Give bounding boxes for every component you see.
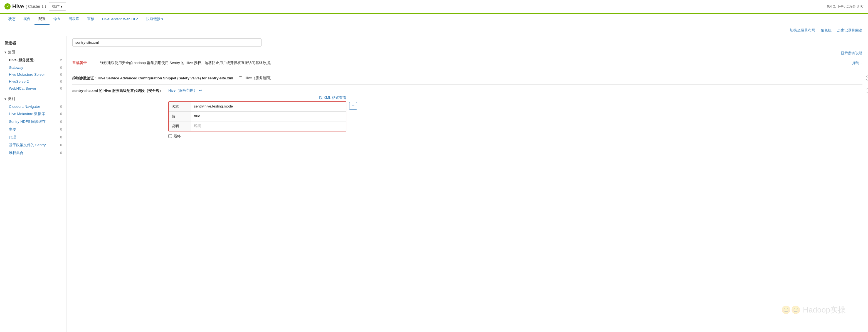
hive-icon: ✓ <box>4 3 10 9</box>
category-section-label: 类别 <box>8 96 15 101</box>
tab-audit[interactable]: 审核 <box>83 13 98 25</box>
sidebar-item-main[interactable]: 主要 0 <box>0 126 66 133</box>
name-field-input-wrap <box>191 102 346 111</box>
advanced-config-scope-text: Hive（服务范围） <box>168 88 197 93</box>
sidebar-item-sentry-policy-count: 0 <box>60 143 62 147</box>
name-field-input[interactable] <box>191 102 346 111</box>
sidebar-item-gateway-count: 0 <box>60 66 62 70</box>
external-link-icon: ↗ <box>136 17 138 21</box>
scope-section-label: 范围 <box>8 50 15 55</box>
sidebar-item-webhcat-server-count: 0 <box>60 87 62 90</box>
tab-config[interactable]: 配置 <box>34 13 50 25</box>
main-layout: 筛选器 ▾ 范围 Hive (服务范围) 2 Gateway 0 Hive Me… <box>0 36 868 332</box>
config-snippet-checkbox[interactable] <box>239 76 242 80</box>
sidebar-item-hive-service-count: 2 <box>60 58 62 62</box>
question-mark-icon-2[interactable]: ? <box>866 88 868 93</box>
sidebar-item-hive-metastore-db-count: 0 <box>60 112 62 116</box>
sidebar-item-hiveserver2-count: 0 <box>60 80 62 84</box>
minus-icon: − <box>352 103 354 108</box>
sidebar-item-main-count: 0 <box>60 128 62 132</box>
sidebar-item-webhcat-server-label: WebHCat Server <box>9 86 36 90</box>
config-snippet-checkbox-row: Hive（服务范围） <box>239 76 862 81</box>
alert-text: 强烈建议使用安全的 hadoop 群集启用使用 Sentry 的 Hive 授权… <box>100 60 849 65</box>
tab-status[interactable]: 状态 <box>4 13 20 25</box>
category-section-header[interactable]: ▾ 类别 <box>0 95 66 103</box>
alert-box: 常规警告 强烈建议使用安全的 hadoop 群集启用使用 Sentry 的 Hi… <box>72 58 862 68</box>
desc-field-label: 说明 <box>169 121 191 131</box>
sidebar-item-hive-service-label: Hive (服务范围) <box>9 58 34 63</box>
sidebar-item-cloudera-navigator[interactable]: Cloudera Navigator 0 <box>0 103 66 110</box>
search-bar <box>72 38 862 47</box>
sidebar-item-sentry-policy[interactable]: 基于政策文件的 Sentry 0 <box>0 141 66 149</box>
dropdown-arrow-icon: ▾ <box>61 4 63 9</box>
tab-quicklinks-label: 快速链接 <box>146 17 160 22</box>
xml-view-link[interactable]: 以 XML 格式查看 <box>319 95 346 100</box>
sidebar-item-sentry-hdfs[interactable]: Sentry HDFS 同步缓存 0 <box>0 118 66 126</box>
final-row: 最终 <box>168 134 862 139</box>
history-link[interactable]: 历史记录和回滚 <box>837 28 862 33</box>
sidebar-item-sentry-hdfs-label: Sentry HDFS 同步缓存 <box>9 119 45 124</box>
tab-hiveserver2[interactable]: HiveServer2 Web UI ↗ <box>98 14 142 25</box>
search-input[interactable] <box>72 38 261 47</box>
tab-chart[interactable]: 图表库 <box>65 13 83 25</box>
final-label: 最终 <box>174 134 181 139</box>
value-field-input[interactable] <box>191 112 346 120</box>
scope-section-header[interactable]: ▾ 范围 <box>0 48 66 56</box>
nav-tabs: 状态 实例 配置 命令 图表库 审核 HiveServer2 Web UI ↗ … <box>0 13 868 25</box>
sidebar-item-hiveserver2-label: HiveServer2 <box>9 79 29 84</box>
tab-hiveserver2-label: HiveServer2 Web UI <box>102 17 135 21</box>
config-table-row-name: 名称 <box>169 102 346 112</box>
tab-instance[interactable]: 实例 <box>20 13 34 25</box>
sidebar-item-hive-metastore-db-label: Hive Metastore 数据库 <box>9 111 45 116</box>
config-snippet-scope: Hive（服务范围） <box>245 76 274 81</box>
hive-title: Hive <box>12 3 24 10</box>
name-field-label: 名称 <box>169 102 191 111</box>
top-action-bar: 切换至经典布局 角色组 历史记录和回滚 <box>0 25 868 36</box>
remove-row-button[interactable]: − <box>349 102 357 110</box>
sidebar-item-hive-metastore-server-count: 0 <box>60 73 62 77</box>
action-button[interactable]: 操作 ▾ <box>49 2 66 10</box>
question-mark-icon-1[interactable]: ? <box>866 76 868 81</box>
sidebar-item-hive-metastore-server[interactable]: Hive Metastore Server 0 <box>0 71 66 78</box>
category-arrow-icon: ▾ <box>4 97 6 101</box>
sidebar-item-hiveserver2[interactable]: HiveServer2 0 <box>0 78 66 85</box>
sidebar-item-hive-metastore-server-label: Hive Metastore Server <box>9 73 45 77</box>
sidebar-item-hive-metastore-db[interactable]: Hive Metastore 数据库 0 <box>0 110 66 118</box>
sidebar-item-proxy[interactable]: 代理 0 <box>0 133 66 141</box>
sidebar-item-stack[interactable]: 堆栈集合 0 <box>0 149 66 157</box>
switch-classic-link[interactable]: 切换至经典布局 <box>790 28 815 33</box>
header: ✓ Hive ( Cluster 1 ) 操作 ▾ 9月 2, 下午5点02分 … <box>0 0 868 13</box>
header-left: ✓ Hive ( Cluster 1 ) 操作 ▾ <box>4 2 66 10</box>
sidebar: 筛选器 ▾ 范围 Hive (服务范围) 2 Gateway 0 Hive Me… <box>0 36 67 332</box>
tab-quicklinks[interactable]: 快速链接 ▾ <box>142 13 167 25</box>
config-table-row-desc: 说明 <box>169 121 346 131</box>
config-snippet-value: Hive（服务范围） <box>239 76 862 81</box>
undo-icon[interactable]: ↩ <box>199 88 202 92</box>
advanced-config-scope: Hive（服务范围） ↩ <box>168 88 862 93</box>
sidebar-item-stack-label: 堆栈集合 <box>9 150 23 156</box>
alert-label: 常规警告 <box>72 60 95 65</box>
show-all-link[interactable]: 显示所有说明 <box>841 51 862 55</box>
value-field-label: 值 <box>169 112 191 121</box>
sidebar-item-cloudera-navigator-label: Cloudera Navigator <box>9 105 40 109</box>
sidebar-item-hive-service[interactable]: Hive (服务范围) 2 <box>0 56 66 64</box>
role-group-link[interactable]: 角色组 <box>821 28 832 33</box>
sidebar-item-webhcat-server[interactable]: WebHCat Server 0 <box>0 85 66 92</box>
value-field-input-wrap <box>191 112 346 121</box>
final-checkbox[interactable] <box>168 134 172 138</box>
sidebar-item-sentry-policy-label: 基于政策文件的 Sentry <box>9 143 45 148</box>
advanced-config-value: Hive（服务范围） ↩ 以 XML 格式查看 名称 <box>168 88 862 139</box>
sidebar-item-proxy-count: 0 <box>60 135 62 139</box>
alert-suppress-link[interactable]: 抑制... <box>852 60 862 65</box>
desc-field-input[interactable] <box>191 121 346 130</box>
action-button-label: 操作 <box>52 4 60 9</box>
sidebar-item-sentry-hdfs-count: 0 <box>60 120 62 124</box>
quicklinks-dropdown-icon: ▾ <box>161 17 163 21</box>
config-table-row-value: 值 <box>169 112 346 121</box>
sidebar-item-main-label: 主要 <box>9 127 16 132</box>
scope-arrow-icon: ▾ <box>4 50 6 54</box>
tab-command[interactable]: 命令 <box>50 13 65 25</box>
sidebar-item-gateway[interactable]: Gateway 0 <box>0 64 66 71</box>
sidebar-item-proxy-label: 代理 <box>9 135 16 140</box>
desc-field-input-wrap <box>191 121 346 131</box>
